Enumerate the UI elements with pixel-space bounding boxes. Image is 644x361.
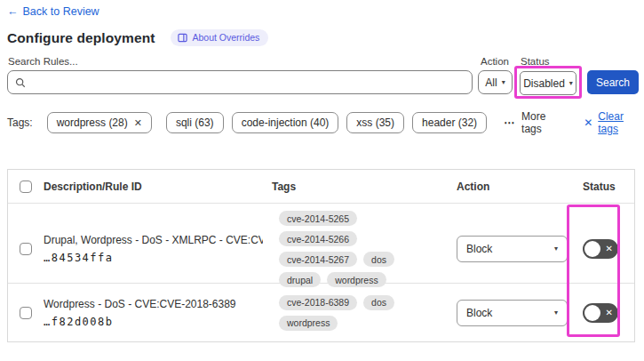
tags-label: Tags: [7,116,33,129]
rule-id: …84534ffa [44,252,263,264]
status-toggle[interactable]: ✕ [583,303,618,323]
tag-pill: dos [363,295,394,310]
tag-chip-header[interactable]: header (32) [412,112,487,133]
table-row: Wordpress - DoS - CVE:CVE-2018-6389 …f82… [8,284,634,341]
select-all-checkbox[interactable] [20,180,32,193]
rule-description: Wordpress - DoS - CVE:CVE-2018-6389 [44,298,263,310]
back-to-review-link[interactable]: ← Back to Review [7,5,99,18]
more-tags-label: More tags [521,110,561,135]
tag-pill: cve-2014-5265 [279,211,357,226]
tag-chip-wordpress-label: wordpress (28) [57,116,128,129]
status-dropdown-value: Disabled [523,77,565,90]
rules-table: Description/Rule ID Tags Action Status D… [7,169,635,342]
book-icon [178,33,187,43]
action-select-value: Block [466,307,492,319]
tag-pill: cve-2014-5266 [279,231,357,246]
search-button[interactable]: Search [587,70,639,94]
action-select[interactable]: Block ▾ [457,236,568,262]
more-tags-button[interactable]: ⋯ More tags [504,110,561,135]
column-header-status: Status [574,180,636,193]
back-arrow-icon: ← [7,5,19,18]
column-header-description: Description/Rule ID [44,180,272,193]
action-label: Action [481,56,509,67]
tag-chip-xss[interactable]: xss (35) [346,112,404,133]
tag-pill: dos [363,252,394,267]
caret-down-icon: ▾ [502,79,505,86]
rule-description: Drupal, Wordpress - DoS - XMLRPC - CVE:C… [44,234,263,246]
back-link-label: Back to Review [23,5,99,18]
tag-pill: drupal [279,272,321,287]
rule-tags: cve-2018-6389 dos wordpress [272,288,449,338]
action-dropdown[interactable]: All ▾ [478,70,513,94]
rule-tags: cve-2014-5265 cve-2014-5266 cve-2014-526… [272,204,449,294]
page-title: Configure deployment [7,30,155,46]
status-dropdown[interactable]: Disabled ▾ [520,71,576,95]
table-row: Drupal, Wordpress - DoS - XMLRPC - CVE:C… [8,204,634,284]
caret-down-icon: ▾ [554,245,558,253]
about-overrides-label: About Overrides [192,32,259,43]
status-toggle[interactable]: ✕ [583,239,618,259]
tag-pill: wordpress [327,272,386,287]
search-rules-field[interactable] [7,70,473,94]
about-overrides-badge[interactable]: About Overrides [171,29,268,46]
clear-tags-label: Clear tags [598,110,640,135]
tag-pill: cve-2014-5267 [279,252,357,267]
action-select-value: Block [466,243,492,255]
row-checkbox[interactable] [20,243,32,255]
tag-pill: cve-2018-6389 [279,295,357,310]
toggle-knob [584,241,600,257]
row-checkbox[interactable] [20,307,32,319]
clear-icon: ✕ [584,116,592,129]
ellipsis-icon: ⋯ [504,116,515,129]
tags-bar: Tags: wordpress (28) ✕ sqli (63) code-in… [7,110,640,135]
table-header-row: Description/Rule ID Tags Action Status [8,170,634,204]
tag-chip-code-injection[interactable]: code-injection (40) [232,112,339,133]
caret-down-icon: ▾ [569,80,573,87]
rule-id: …f82d008b [44,316,263,328]
column-header-action: Action [449,180,574,193]
search-rules-label: Search Rules... [8,56,78,67]
action-select[interactable]: Block ▾ [457,300,568,326]
action-dropdown-value: All [485,76,497,89]
search-rules-input[interactable] [31,76,465,89]
search-icon [15,77,26,88]
toggle-off-x-icon: ✕ [606,245,613,253]
toggle-knob [584,305,600,321]
tag-chip-wordpress[interactable]: wordpress (28) ✕ [47,112,152,133]
tag-chip-sqli[interactable]: sqli (63) [166,112,224,133]
tag-pill: wordpress [279,316,338,331]
caret-down-icon: ▾ [554,309,558,317]
status-label: Status [521,56,550,67]
toggle-off-x-icon: ✕ [606,309,613,317]
column-header-tags: Tags [272,180,449,193]
page-title-row: Configure deployment About Overrides [7,29,268,46]
clear-tags-button[interactable]: ✕ Clear tags [584,110,640,135]
remove-tag-icon[interactable]: ✕ [134,117,142,129]
configure-deployment-page: ← Back to Review Configure deployment Ab… [0,0,644,361]
